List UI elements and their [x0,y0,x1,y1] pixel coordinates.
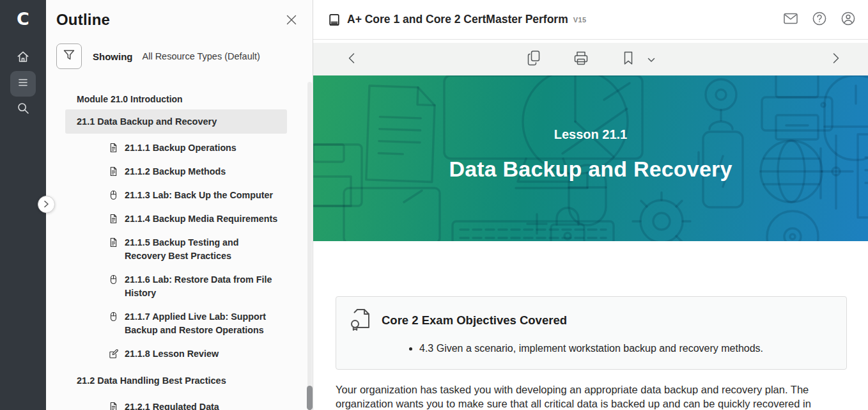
outline-item[interactable]: 21.1.5 Backup Testing and Recovery Best … [109,231,278,268]
copy-button[interactable] [524,47,543,72]
outline-item[interactable]: 21.1.8 Lesson Review [109,342,278,366]
outline-item[interactable]: 21.1.1 Backup Operations [109,136,278,160]
outline-item[interactable]: 21.1.6 Lab: Restore Data from File Histo… [109,268,278,305]
chevron-right-icon [832,52,840,67]
close-icon [286,14,297,28]
filter-showing-label: Showing [93,51,133,62]
close-outline-button[interactable] [283,13,300,29]
filter-value: All Resource Types (Default) [143,51,260,61]
mail-icon [783,11,798,29]
profile-icon [841,11,856,29]
outline-item[interactable]: 21.1.3 Lab: Back Up the Computer [109,184,278,207]
search-icon [17,102,30,118]
comptia-logo: C [17,7,29,30]
mouse-icon [109,190,118,200]
objectives-list: 4.3 Given a scenario, implement workstat… [349,342,832,356]
chevron-down-icon [647,54,655,65]
outline-item[interactable]: 21.1.2 Backup Methods [109,160,278,184]
outline-item[interactable]: 21.1.4 Backup Media Requirements [109,207,278,231]
document-icon [109,402,118,410]
outline-menu-button[interactable] [10,71,36,97]
filter-funnel-icon [63,49,75,64]
objective-item: 4.3 Given a scenario, implement workstat… [419,342,832,356]
next-page-button[interactable] [825,43,848,75]
course-title: A+ Core 1 and Core 2 CertMaster Perform [347,13,568,26]
outline-panel: Outline Showing All Resource Types (Defa… [46,0,313,410]
print-icon [573,50,589,69]
outline-item-label: 21.2.1 Regulated Data Classification [125,400,278,410]
outline-item-label: 21.1.1 Backup Operations [125,141,236,155]
outline-scrollbar-thumb[interactable] [307,386,313,410]
mouse-icon [109,274,118,285]
resource-filter: Showing All Resource Types (Default) [56,43,302,69]
help-button[interactable] [811,12,828,28]
outline-item-label: 21.1.3 Lab: Back Up the Computer [125,189,273,202]
outline-item-label: 21.1.8 Lesson Review [125,347,219,361]
document-icon [109,143,118,153]
account-button[interactable] [840,12,856,28]
home-icon [16,50,30,67]
outline-item[interactable]: 21.2 Data Handling Best Practices [65,368,287,393]
outline-scrollbar-track[interactable] [307,82,312,410]
messages-button[interactable] [782,12,799,28]
outline-item[interactable]: 21.1.7 Applied Live Lab: Support Backup … [109,305,278,342]
outline-item-label: Module 21.0 Introduction [77,94,183,104]
app-window: C Outline [0,0,868,410]
filter-button[interactable] [56,43,82,69]
home-button[interactable] [10,45,36,71]
outline-item-label: 21.1.2 Backup Methods [125,165,226,178]
help-icon [812,11,827,29]
outline-item-label: 21.1.7 Applied Live Lab: Support Backup … [125,310,278,337]
outline-item-label: 21.1.6 Lab: Restore Data from File Histo… [125,273,278,300]
outline-item-label: 21.1 Data Backup and Recovery [77,116,217,127]
main-area: A+ Core 1 and Core 2 CertMaster Perform … [313,0,868,410]
chevron-right-icon [43,199,49,210]
edit-icon [109,349,118,359]
bookmark-icon [622,51,635,68]
document-icon [109,214,118,224]
outline-item-label: 21.1.4 Backup Media Requirements [125,212,277,226]
outline-item[interactable]: Module 21.0 Introduction [77,93,287,106]
lesson-paragraph: Your organization has tasked you with de… [336,382,835,410]
document-icon [109,237,118,248]
lesson-title: Data Backup and Recovery [449,157,732,182]
lesson-content: Core 2 Exam Objectives Covered 4.3 Given… [313,241,868,410]
print-button[interactable] [571,47,591,72]
objectives-heading: Core 2 Exam Objectives Covered [382,313,567,327]
bookmark-menu-button[interactable] [646,47,657,72]
book-icon [328,13,341,26]
lesson-toolbar [313,43,868,75]
outline-item[interactable]: 21.1 Data Backup and Recovery [65,109,287,134]
panel-expand-handle[interactable] [38,196,55,213]
outline-list: Module 21.0 Introduction21.1 Data Backup… [46,93,313,410]
outline-title: Outline [56,11,110,29]
copy-icon [526,50,541,69]
exam-objectives-box: Core 2 Exam Objectives Covered 4.3 Given… [336,296,847,370]
search-button[interactable] [10,97,36,122]
bookmark-button[interactable] [619,47,638,72]
lesson-hero: Lesson 21.1 Data Backup and Recovery [313,75,868,241]
lesson-number: Lesson 21.1 [554,127,628,142]
outline-menu-icon [17,76,29,91]
course-header: A+ Core 1 and Core 2 CertMaster Perform … [313,0,868,40]
course-version-badge: V15 [573,16,587,24]
document-icon [109,166,118,177]
outline-item-label: 21.2 Data Handling Best Practices [77,375,226,386]
outline-item[interactable]: 21.2.1 Regulated Data Classification [109,395,278,410]
certificate-icon [349,307,372,334]
outline-item-label: 21.1.5 Backup Testing and Recovery Best … [125,236,278,263]
mouse-icon [109,311,118,322]
